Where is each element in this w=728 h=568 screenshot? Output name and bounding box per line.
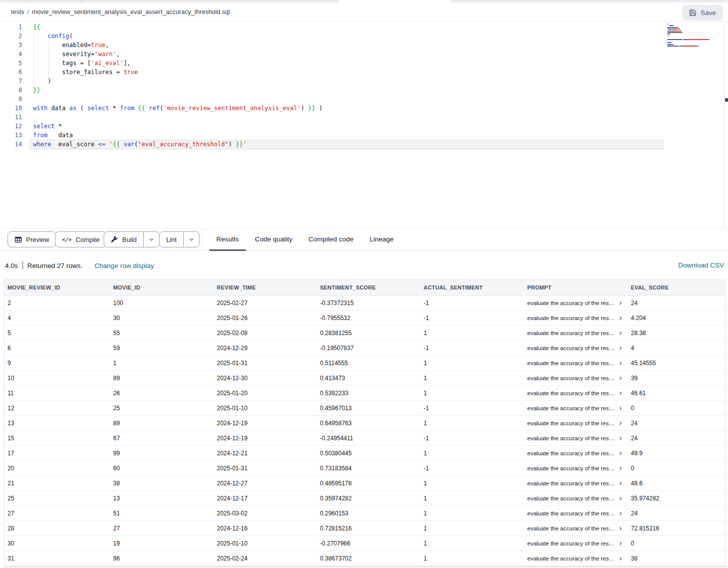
code-editor[interactable]: 1234567891011121314 {{ config( enabled=t… — [0, 22, 728, 228]
cell: 1 — [424, 525, 527, 532]
code-line[interactable]: }} — [33, 86, 663, 95]
code-area[interactable]: {{ config( enabled=true, severity='warn'… — [33, 23, 663, 149]
results-horizontal-scrollbar[interactable] — [4, 565, 727, 567]
expand-prompt-icon[interactable]: › — [619, 331, 622, 336]
tab-code-quality[interactable]: Code quality — [248, 229, 299, 251]
expand-prompt-icon[interactable]: › — [619, 481, 622, 486]
cell: 39 — [631, 375, 725, 382]
compile-button[interactable]: </> Compile — [55, 231, 107, 247]
cell: 60 — [113, 465, 217, 472]
expand-prompt-icon[interactable]: › — [619, 526, 622, 531]
preview-button[interactable]: Preview — [8, 231, 56, 247]
cell: 1 — [424, 480, 527, 487]
expand-prompt-icon[interactable]: › — [619, 316, 622, 321]
code-line[interactable]: tags = ['ai_eval'], — [33, 59, 663, 68]
code-line[interactable]: where eval_score <= '{{ var("eval_accura… — [33, 140, 663, 149]
table-row[interactable]: 21002025-02-27-0.37372315-1evaluate the … — [5, 296, 725, 311]
table-row[interactable]: 31962025-02-240.386737021evaluate the ac… — [5, 551, 725, 566]
cell: 24 — [631, 510, 725, 517]
cell: 0.48595178 — [320, 480, 424, 487]
table-row[interactable]: 6592024-12-29-0.19507837-1evaluate the a… — [5, 341, 725, 356]
cell: 0.50380445 — [320, 450, 424, 457]
expand-prompt-icon[interactable]: › — [619, 496, 622, 501]
table-row[interactable]: 10892024-12-300.4134731evaluate the accu… — [5, 371, 725, 386]
cell: 67 — [113, 435, 217, 442]
cell: 25 — [113, 405, 217, 412]
expand-prompt-icon[interactable]: › — [619, 451, 622, 456]
breadcrumb-separator: / — [27, 9, 29, 16]
code-line[interactable]: store_failures = true — [33, 68, 663, 77]
table-row[interactable]: 30192025-01-10-0.27079661evaluate the ac… — [5, 536, 725, 551]
expand-prompt-icon[interactable]: › — [619, 391, 622, 396]
cell: 0.45967013 — [320, 405, 424, 412]
expand-prompt-icon[interactable]: › — [619, 541, 622, 546]
table-row[interactable]: 912025-01-310.51145551evaluate the accur… — [5, 356, 725, 371]
table-row[interactable]: 25132024-12-170.359742821evaluate the ac… — [5, 491, 725, 506]
code-line[interactable]: with data as ( select * from {{ ref('mov… — [33, 104, 663, 113]
expand-prompt-icon[interactable]: › — [619, 301, 622, 306]
cell: 0.5392233 — [320, 390, 424, 397]
table-row[interactable]: 11262025-01-200.53922331evaluate the acc… — [5, 386, 725, 401]
line-number: 5 — [0, 59, 22, 68]
lint-split-button[interactable]: Lint — [159, 231, 200, 247]
status-row: 4.0s Returned 27 rows. Change row displa… — [0, 251, 728, 279]
expand-prompt-icon[interactable]: › — [619, 436, 622, 441]
save-button[interactable]: Save — [682, 5, 723, 20]
prompt-cell: evaluate the accuracy of the res…› — [527, 495, 631, 501]
code-line[interactable]: enabled=true, — [33, 41, 663, 50]
table-row[interactable]: 13892024-12-190.649587631evaluate the ac… — [5, 416, 725, 431]
prompt-text: evaluate the accuracy of the res… — [527, 390, 615, 396]
download-csv-link[interactable]: Download CSV — [678, 261, 724, 269]
expand-prompt-icon[interactable]: › — [619, 361, 622, 366]
code-line[interactable]: ) — [33, 77, 663, 86]
table-row[interactable]: 12252025-01-100.45967013-1evaluate the a… — [5, 401, 725, 416]
code-line[interactable]: select * — [33, 122, 663, 131]
build-dropdown-button[interactable] — [143, 232, 159, 247]
preview-table-icon — [15, 236, 22, 243]
lint-dropdown-button[interactable] — [183, 232, 199, 247]
expand-prompt-icon[interactable]: › — [619, 466, 622, 471]
line-number: 10 — [0, 104, 22, 113]
cell: 28.38 — [631, 330, 725, 337]
editor-scrollbar-thumb[interactable] — [725, 98, 728, 102]
cell: 0.5114555 — [320, 360, 424, 367]
table-row[interactable]: 21382024-12-270.485951781evaluate the ac… — [5, 476, 725, 491]
code-line[interactable]: from data — [33, 131, 663, 140]
code-line[interactable] — [33, 113, 663, 122]
table-row[interactable]: 27512025-03-020.29601531evaluate the acc… — [5, 506, 725, 521]
cell: 2025-02-27 — [217, 300, 320, 307]
expand-prompt-icon[interactable]: › — [619, 346, 622, 351]
expand-prompt-icon[interactable]: › — [619, 421, 622, 426]
prompt-text: evaluate the accuracy of the res… — [527, 420, 615, 426]
breadcrumb-folder[interactable]: tests — [11, 9, 24, 16]
expand-prompt-icon[interactable]: › — [619, 556, 622, 561]
build-split-button[interactable]: Build — [104, 231, 160, 247]
breadcrumb-filename: movie_review_sentiment_analysis_eval_ass… — [32, 9, 230, 16]
code-line[interactable]: config( — [33, 32, 663, 41]
editor-scrollbar-track — [724, 22, 724, 228]
preview-label: Preview — [26, 236, 49, 243]
code-line[interactable]: severity='warn', — [33, 50, 663, 59]
code-icon: </> — [62, 236, 72, 242]
expand-prompt-icon[interactable]: › — [619, 376, 622, 381]
table-row[interactable]: 4302025-01-26-0.7955532-1evaluate the ac… — [5, 311, 725, 326]
tab-compiled-code[interactable]: Compiled code — [301, 229, 360, 251]
cell: 0.413473 — [320, 375, 424, 382]
column-header: REVIEW_TIME — [217, 285, 320, 291]
table-row[interactable]: 15672024-12-19-0.24954411-1evaluate the … — [5, 431, 725, 446]
code-line[interactable] — [33, 95, 663, 104]
line-number: 13 — [0, 131, 22, 140]
expand-prompt-icon[interactable]: › — [619, 511, 622, 516]
tab-results[interactable]: Results — [209, 229, 246, 251]
expand-prompt-icon[interactable]: › — [619, 406, 622, 411]
code-line[interactable]: {{ — [33, 23, 663, 32]
tab-lineage[interactable]: Lineage — [362, 229, 401, 251]
table-row[interactable]: 28272024-12-160.728152161evaluate the ac… — [5, 521, 725, 536]
minimap[interactable] — [667, 24, 723, 47]
table-row[interactable]: 17992024-12-210.503804451evaluate the ac… — [5, 446, 725, 461]
cell: 30 — [113, 315, 217, 322]
table-row[interactable]: 5552025-02-080.283812551evaluate the acc… — [5, 326, 725, 341]
table-row[interactable]: 20602025-01-310.73183584-1evaluate the a… — [5, 461, 725, 476]
change-row-display-link[interactable]: Change row display — [95, 262, 154, 269]
chevron-down-icon — [149, 237, 154, 242]
